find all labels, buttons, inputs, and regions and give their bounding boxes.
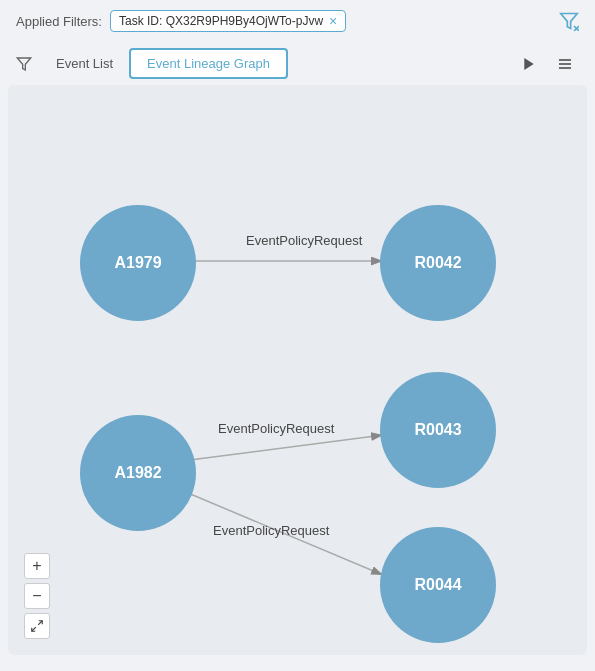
edge-label-a1979-r0042: EventPolicyRequest [246,233,363,248]
svg-marker-3 [17,58,30,70]
filter-toggle-button[interactable] [16,56,32,72]
edge-a1982-r0043 [190,435,383,460]
node-a1982-label: A1982 [114,464,161,481]
filter-tag-task-id: Task ID: QX32R9PH9By4OjWTo-pJvw × [110,10,346,32]
tab-row: Event List Event Lineage Graph [0,42,595,85]
lineage-graph-svg: EventPolicyRequest EventPolicyRequest Ev… [8,85,587,655]
play-icon [521,56,537,72]
node-r0043-label: R0043 [414,421,461,438]
node-a1979-label: A1979 [114,254,161,271]
svg-line-9 [38,621,42,625]
edge-label-a1982-r0044: EventPolicyRequest [213,523,330,538]
node-r0042-label: R0042 [414,254,461,271]
filter-tag-text: Task ID: QX32R9PH9By4OjWTo-pJvw [119,14,323,28]
edge-label-a1982-r0043: EventPolicyRequest [218,421,335,436]
fullscreen-icon [30,619,44,633]
node-r0044-label: R0044 [414,576,461,593]
menu-button[interactable] [551,50,579,78]
svg-marker-4 [524,58,533,70]
menu-icon [557,56,573,72]
zoom-out-button[interactable]: − [24,583,50,609]
filter-tag-close-icon[interactable]: × [329,14,337,28]
filter-icon [16,56,32,72]
clear-filter-icon [559,11,579,31]
clear-filters-button[interactable] [559,11,579,31]
filters-label: Applied Filters: [16,14,102,29]
play-button[interactable] [515,50,543,78]
svg-line-10 [32,627,36,631]
graph-area: EventPolicyRequest EventPolicyRequest Ev… [8,85,587,655]
filters-bar: Applied Filters: Task ID: QX32R9PH9By4Oj… [0,0,595,42]
tab-event-lineage-graph[interactable]: Event Lineage Graph [129,48,288,79]
zoom-controls: + − [24,553,50,639]
zoom-in-button[interactable]: + [24,553,50,579]
tab-event-list[interactable]: Event List [40,50,129,77]
main-container: Applied Filters: Task ID: QX32R9PH9By4Oj… [0,0,595,671]
tab-actions [515,50,579,78]
fullscreen-button[interactable] [24,613,50,639]
